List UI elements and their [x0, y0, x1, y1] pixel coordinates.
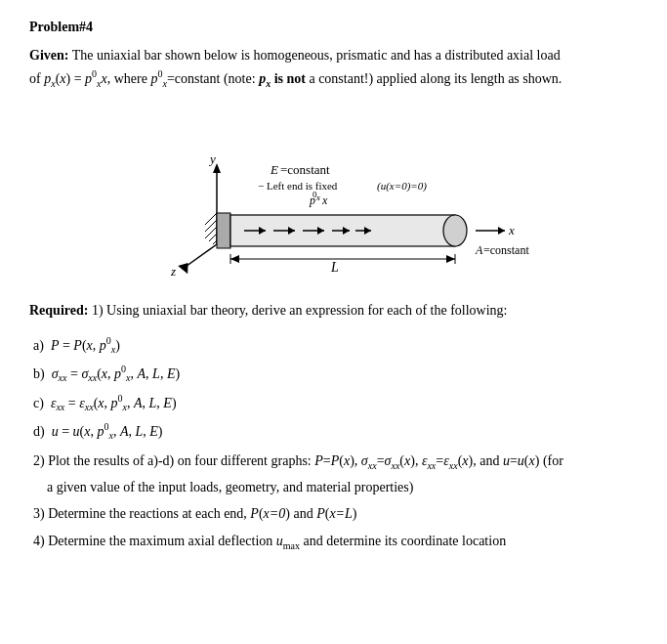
svg-text:− Left end is fixed: − Left end is fixed — [258, 180, 338, 192]
svg-text:0: 0 — [313, 190, 317, 199]
svg-point-21 — [443, 215, 467, 246]
given-text-intro: of px(x) = p0xx, where p0x=constant (not… — [29, 71, 562, 86]
item-b: b) σxx = σxx(x, p0x, A, L, E) — [33, 361, 638, 387]
svg-text:x: x — [321, 193, 328, 207]
svg-text:=constant: =constant — [483, 243, 529, 257]
required-text: 1) Using uniaxial bar theory, derive an … — [92, 303, 508, 318]
item-4: 4) Determine the maximum axial deflectio… — [33, 529, 638, 555]
given-label: Given: — [29, 48, 68, 63]
svg-line-16 — [205, 220, 217, 232]
diagram-container: y z E =constant − Left end is fixed (u(x… — [29, 107, 638, 283]
svg-text:L: L — [330, 260, 339, 275]
item-2: 2) Plot the results of a)-d) on four dif… — [33, 449, 638, 499]
items-list: a) P = P(x, p0x) b) σxx = σxx(x, p0x, A,… — [33, 332, 638, 555]
given-text-1: The uniaxial bar shown below is homogene… — [72, 48, 561, 63]
problem-title: Problem#4 — [29, 20, 638, 35]
item-3: 3) Determine the reactions at each end, … — [33, 501, 638, 526]
svg-marker-4 — [178, 259, 193, 274]
svg-text:E: E — [270, 162, 278, 177]
item-c: c) εxx = εxx(x, p0x, A, L, E) — [33, 390, 638, 416]
svg-line-17 — [205, 227, 217, 238]
svg-text:x: x — [508, 223, 515, 237]
svg-text:z: z — [170, 264, 176, 279]
svg-marker-39 — [446, 255, 455, 263]
svg-marker-38 — [230, 255, 239, 263]
svg-rect-14 — [217, 213, 230, 248]
svg-text:(u(x=0)=0): (u(x=0)=0) — [377, 180, 427, 193]
item-a: a) P = P(x, p0x) — [33, 332, 638, 359]
svg-line-15 — [205, 213, 217, 225]
diagram-svg: y z E =constant − Left end is fixed (u(x… — [100, 107, 568, 283]
item-d: d) u = u(x, p0x, A, L, E) — [33, 418, 638, 445]
svg-text:y: y — [208, 151, 216, 166]
given-section: Given: The uniaxial bar shown below is h… — [29, 45, 638, 92]
required-section: Required: 1) Using uniaxial bar theory, … — [29, 299, 638, 322]
svg-text:=constant: =constant — [280, 162, 330, 177]
svg-line-18 — [209, 234, 217, 241]
svg-marker-33 — [498, 227, 505, 235]
svg-text:A: A — [475, 243, 483, 257]
required-label: Required: — [29, 303, 88, 318]
